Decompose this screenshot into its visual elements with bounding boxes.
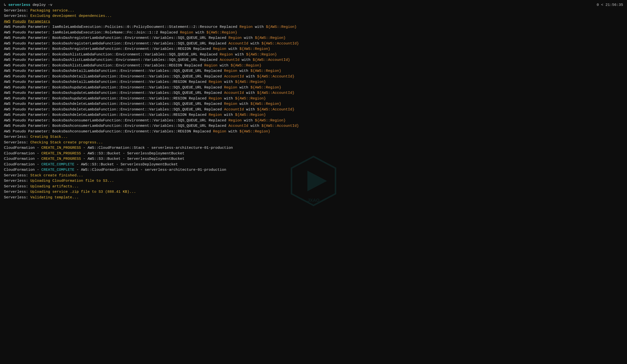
log-line: AWS Pseudo Parameter: BooksDashlistLambd… (4, 52, 623, 58)
cloudformation-line: CloudFormation - CREATE_IN_PROGRESS - AW… (4, 151, 623, 157)
log-line: AWS Pseudo Parameter: BooksDashdetailLam… (4, 79, 623, 85)
log-line: AWS Pseudo Parameter: BooksDashlistLambd… (4, 63, 623, 69)
log-line: AWS Pseudo Parameter: BooksDashconsumerL… (4, 118, 623, 124)
aws-links-line[interactable]: AWS Pseudo Parameters (4, 19, 623, 25)
log-line: Serverless: Checking Stack create progre… (4, 140, 623, 146)
log-line: AWS Pseudo Parameter: BooksDashconsumerL… (4, 129, 623, 135)
log-line: AWS Pseudo Parameter: IamRoleLambdaExecu… (4, 24, 623, 30)
prompt-line: ↳ serverless deploy -v (4, 2, 623, 8)
log-line: AWS Pseudo Parameter: BooksDashdetailLam… (4, 74, 623, 80)
log-line: Serverless: Packaging service... (4, 8, 623, 14)
log-line: AWS Pseudo Parameter: BooksDashdetailLam… (4, 68, 623, 74)
log-line: Serverless: Stack create finished... (4, 173, 623, 179)
log-line: Serverless: Creating Stack... (4, 134, 623, 140)
log-line: Serverless: Validating template... (4, 195, 623, 201)
log-line: Serverless: Uploading artifacts... (4, 184, 623, 189)
log-line: AWS Pseudo Parameter: BooksDashdeleteLam… (4, 101, 623, 107)
log-line: AWS Pseudo Parameter: BooksDashregisterL… (4, 41, 623, 47)
log-line: Serverless: Uploading CloudFormation fil… (4, 178, 623, 184)
cloudformation-line: CloudFormation - CREATE_IN_PROGRESS - AW… (4, 156, 623, 162)
log-line: AWS Pseudo Parameter: BooksDashregisterL… (4, 46, 623, 52)
terminal: 0 < 21:56:35 ↳ serverless deploy -v Serv… (0, 0, 627, 203)
log-line: AWS Pseudo Parameter: BooksDashupdateLam… (4, 91, 623, 96)
cloudformation-line: CloudFormation - CREATE_IN_PROGRESS - AW… (4, 145, 623, 151)
cloudformation-line: CloudFormation - CREATE_COMPLETE - AWS::… (4, 167, 623, 173)
cloudformation-line: CloudFormation - CREATE_COMPLETE - AWS::… (4, 162, 623, 168)
log-line: AWS Pseudo Parameter: BooksDashregisterL… (4, 35, 623, 41)
log-line: AWS Pseudo Parameter: BooksDashconsumerL… (4, 123, 623, 129)
log-line: Serverless: Uploading service .zip file … (4, 189, 623, 195)
log-line: AWS Pseudo Parameter: IamRoleLambdaExecu… (4, 30, 623, 36)
log-line: AWS Pseudo Parameter: BooksDashdeleteLam… (4, 107, 623, 113)
log-line: AWS Pseudo Parameter: BooksDashdeleteLam… (4, 112, 623, 118)
log-line: AWS Pseudo Parameter: BooksDashupdateLam… (4, 85, 623, 91)
log-line: Serverless: Excluding development depend… (4, 13, 623, 19)
timestamp: 0 < 21:56:35 (597, 2, 623, 8)
log-line: AWS Pseudo Parameter: BooksDashlistLambd… (4, 57, 623, 63)
log-line: AWS Pseudo Parameter: BooksDashupdateLam… (4, 96, 623, 102)
